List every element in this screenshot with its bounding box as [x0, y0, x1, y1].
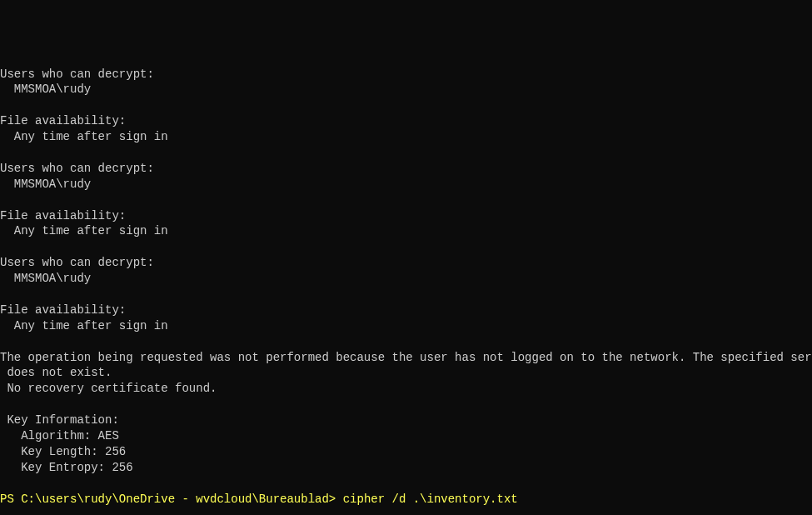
terminal-blank-line: [0, 334, 812, 350]
terminal-blank-line: [0, 98, 812, 113]
terminal-window[interactable]: Users who can decrypt: MMSMOA\rudy File …: [0, 67, 812, 515]
terminal-output-line: Users who can decrypt:: [0, 67, 812, 82]
terminal-output-line: MMSMOA\rudy: [0, 82, 812, 98]
terminal-output-line: File availability:: [0, 113, 812, 129]
terminal-output-line: The operation being requested was not pe…: [0, 350, 812, 366]
terminal-output-line: Key Entropy: 256: [0, 460, 812, 476]
terminal-blank-line: [0, 239, 812, 255]
terminal-blank-line: [0, 508, 812, 516]
terminal-blank-line: [0, 476, 812, 492]
terminal-output-line: MMSMOA\rudy: [0, 271, 812, 287]
terminal-output-line: File availability:: [0, 302, 812, 318]
terminal-output-line: No recovery certificate found.: [0, 381, 812, 397]
terminal-prompt: PS C:\users\rudy\OneDrive - wvdcloud\Bur…: [0, 492, 343, 506]
terminal-output-line: Key Information:: [0, 412, 812, 428]
terminal-blank-line: [0, 192, 812, 208]
terminal-blank-line: [0, 397, 812, 412]
terminal-command: cipher /d .\inventory.txt: [343, 492, 518, 506]
terminal-output-line: Any time after sign in: [0, 223, 812, 239]
terminal-output-line: File availability:: [0, 208, 812, 224]
terminal-output-line: does not exist.: [0, 365, 812, 381]
terminal-output-line: Users who can decrypt:: [0, 161, 812, 177]
terminal-output-line: Algorithm: AES: [0, 428, 812, 444]
terminal-blank-line: [0, 287, 812, 302]
terminal-prompt-line[interactable]: PS C:\users\rudy\OneDrive - wvdcloud\Bur…: [0, 492, 812, 508]
terminal-output-line: Key Length: 256: [0, 444, 812, 460]
terminal-output-line: Any time after sign in: [0, 129, 812, 145]
terminal-output-line: Users who can decrypt:: [0, 255, 812, 271]
terminal-output-line: MMSMOA\rudy: [0, 177, 812, 192]
terminal-output-line: Any time after sign in: [0, 318, 812, 334]
terminal-blank-line: [0, 145, 812, 161]
